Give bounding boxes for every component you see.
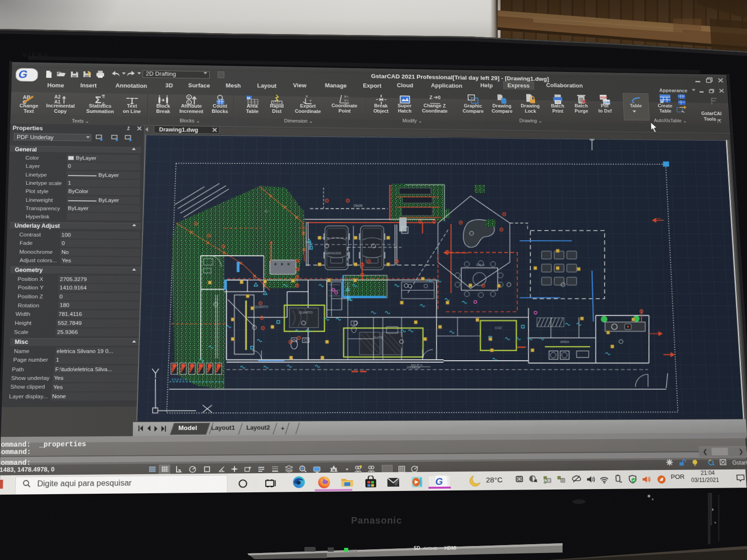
svg-text:Z: Z (430, 95, 433, 100)
svg-text:PDF: PDF (600, 96, 608, 100)
svg-text:VIERA: VIERA (22, 51, 50, 58)
svg-text:X=: X= (344, 95, 349, 99)
svg-text:A2: A2 (54, 94, 61, 99)
svg-text:0: 0 (437, 95, 440, 100)
svg-text:2: 2 (188, 95, 190, 100)
svg-text:X: X (305, 94, 308, 98)
svg-text:Y: Y (309, 99, 312, 103)
svg-text:Y=: Y= (344, 98, 349, 103)
